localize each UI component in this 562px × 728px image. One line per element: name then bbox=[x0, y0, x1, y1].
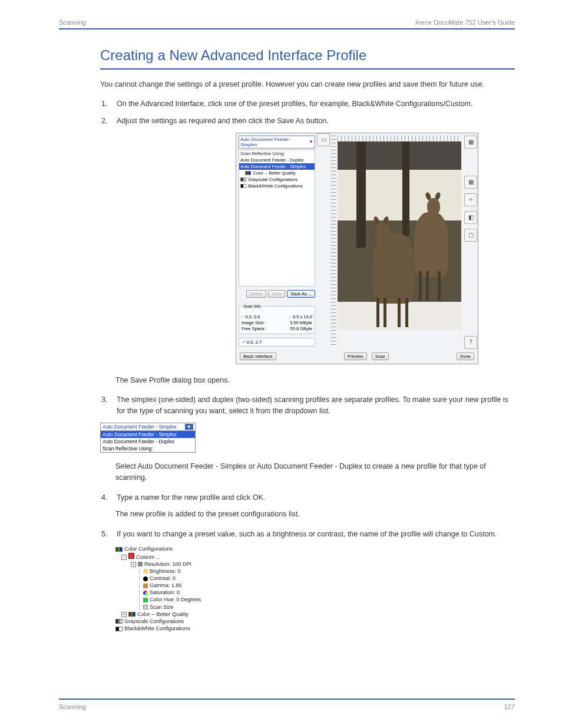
cursor-panel: ↗ 0.0, 2.7 bbox=[239, 338, 315, 347]
tool-adjust-icon[interactable]: ◧ bbox=[464, 211, 477, 224]
tree-hue[interactable]: Color Hue: 0 Degrees bbox=[115, 596, 210, 603]
brightness-icon bbox=[143, 569, 148, 574]
bw-icon bbox=[115, 627, 123, 631]
tree-color-config[interactable]: Color Configurations bbox=[115, 545, 210, 552]
tree-brightness[interactable]: Brightness: 0 bbox=[115, 568, 210, 575]
delete-button[interactable]: Delete bbox=[246, 290, 266, 298]
bw-icon bbox=[240, 184, 246, 188]
footer-left: Scanning bbox=[59, 703, 86, 710]
intro-text: You cannot change the settings of a pres… bbox=[100, 79, 515, 90]
help-icon[interactable]: ? bbox=[464, 336, 477, 349]
cursor-value: 0.0, 2.7 bbox=[247, 340, 262, 345]
tool-wand-icon[interactable]: ✧ bbox=[464, 193, 477, 206]
mini-row-duplex[interactable]: Auto Document Feeder - Duplex bbox=[101, 438, 195, 445]
footer-page-number: 127 bbox=[504, 703, 515, 710]
hue-icon bbox=[143, 598, 148, 602]
tree-gamma[interactable]: Gamma: 1.80 bbox=[115, 582, 210, 589]
scan-button[interactable]: Scan bbox=[372, 353, 389, 360]
expand-icon[interactable]: + bbox=[131, 562, 136, 567]
tree-grayscale[interactable]: Grayscale Configurations bbox=[115, 618, 210, 625]
config-tree-screenshot: Color Configurations −Custom ... +Resolu… bbox=[115, 545, 210, 632]
save-button[interactable]: Save bbox=[268, 290, 285, 298]
header-left: Scanning bbox=[59, 19, 86, 26]
vertical-ruler bbox=[330, 136, 336, 347]
list-item-simplex-selected[interactable]: Auto Document Feeder - Simplex bbox=[239, 163, 315, 170]
page-footer: Scanning 127 bbox=[59, 699, 515, 710]
after-shot-text: The Save Profile dialog box opens. bbox=[115, 375, 515, 386]
advanced-interface-screenshot: Auto Document Feeder - Simplex ▼ Scan Re… bbox=[236, 133, 515, 364]
page-header: Scanning Xerox DocuMate 752 User's Guide bbox=[59, 14, 515, 29]
collapse-icon[interactable]: − bbox=[121, 555, 127, 560]
dropdown-arrow-icon: ▼ bbox=[185, 424, 193, 430]
scan-size-icon bbox=[143, 605, 148, 610]
tree-color-better[interactable]: +Color -- Better Quality bbox=[115, 611, 210, 618]
tree-bw[interactable]: Black&White Configurations bbox=[115, 625, 210, 632]
list-header: Scan Reflective Using: bbox=[239, 150, 315, 157]
list-item-bw[interactable]: Black&White Configurations bbox=[239, 183, 315, 189]
tree-saturation[interactable]: Saturation: 0 bbox=[115, 589, 210, 596]
list-item-color-better[interactable]: Color -- Better Quality bbox=[239, 170, 315, 176]
resolution-icon bbox=[138, 562, 143, 566]
folder-icon bbox=[128, 553, 134, 559]
tool-squares-icon[interactable]: ▦ bbox=[464, 176, 477, 189]
profile-combo[interactable]: Auto Document Feeder - Simplex ▼ bbox=[239, 136, 315, 149]
dropdown-arrow-icon: ▼ bbox=[309, 139, 313, 144]
dropdown-screenshot: Auto Document Feeder - Simplex ▼ Auto Do… bbox=[100, 423, 196, 453]
gray-icon bbox=[115, 619, 123, 624]
preview-image bbox=[338, 141, 461, 330]
done-button[interactable]: Done bbox=[457, 353, 474, 360]
step-5: If you want to change a preset value, su… bbox=[101, 529, 515, 540]
step-4-after: The new profile is added to the preset c… bbox=[115, 509, 515, 520]
gray-icon bbox=[240, 177, 246, 182]
tool-crop-icon[interactable]: ▢ bbox=[464, 229, 477, 242]
tool-settings-icon[interactable]: ▦ bbox=[464, 136, 477, 149]
free-space-label: Free Space: bbox=[242, 326, 266, 331]
mini-row-reflective[interactable]: Scan Reflective Using: bbox=[101, 445, 195, 452]
tree-resolution[interactable]: +Resolution: 100 DPI bbox=[115, 561, 210, 568]
gamma-icon bbox=[143, 584, 148, 588]
tree-contrast[interactable]: Contrast: 0 bbox=[115, 575, 210, 582]
profile-combo-value: Auto Document Feeder - Simplex bbox=[240, 137, 309, 147]
header-right: Xerox DocuMate 752 User's Guide bbox=[415, 19, 515, 26]
rgb-icon bbox=[128, 612, 135, 617]
tree-scan-size[interactable]: Scan Size bbox=[115, 604, 210, 611]
free-space-value: 55.8 GByte bbox=[290, 326, 312, 331]
rgb-icon bbox=[245, 171, 251, 175]
origin-value: ⌐ 0.0, 0.0 bbox=[242, 314, 260, 319]
expand-icon[interactable]: + bbox=[121, 612, 127, 617]
step-2: Adjust the settings as required and then… bbox=[101, 116, 515, 127]
step-1: On the Advanced Interface, click one of … bbox=[101, 98, 515, 110]
list-item-duplex[interactable]: Auto Document Feeder - Duplex bbox=[239, 157, 315, 163]
step-4: Type a name for the new profile and clic… bbox=[101, 492, 515, 503]
saturation-icon bbox=[143, 591, 148, 595]
save-as-button[interactable]: Save As ... bbox=[287, 290, 315, 298]
dims-value: ⌐ 8.5 x 14.0 bbox=[289, 314, 312, 319]
image-size-value: 3.55 MByte bbox=[290, 320, 312, 325]
image-size-label: Image Size: bbox=[242, 320, 265, 325]
scan-info-title: Scan Info bbox=[242, 304, 263, 308]
mini-row-simplex-selected[interactable]: Auto Document Feeder - Simplex bbox=[101, 431, 195, 438]
tool-icon-a[interactable]: ▭ bbox=[317, 133, 330, 146]
preview-button[interactable]: Preview bbox=[344, 353, 367, 360]
rgb-icon bbox=[115, 547, 123, 552]
step-3: The simplex (one-sided) and duplex (two-… bbox=[101, 394, 515, 417]
section-heading: Creating a New Advanced Interface Profil… bbox=[100, 47, 515, 70]
horizontal-ruler bbox=[338, 136, 461, 141]
scan-info-panel: Scan Info ⌐ 0.0, 0.0 ⌐ 8.5 x 14.0 Image … bbox=[239, 306, 315, 334]
step-3b-text: Select Auto Document Feeder - Simplex or… bbox=[115, 461, 515, 484]
profile-listbox[interactable]: Scan Reflective Using: Auto Document Fee… bbox=[239, 150, 315, 286]
tree-custom[interactable]: −Custom ... bbox=[115, 553, 210, 561]
list-item-grayscale[interactable]: Grayscale Configurations bbox=[239, 176, 315, 183]
mini-combo[interactable]: Auto Document Feeder - Simplex ▼ bbox=[101, 423, 195, 431]
contrast-icon bbox=[143, 577, 148, 581]
basic-interface-button[interactable]: Basic Interface bbox=[240, 353, 276, 360]
